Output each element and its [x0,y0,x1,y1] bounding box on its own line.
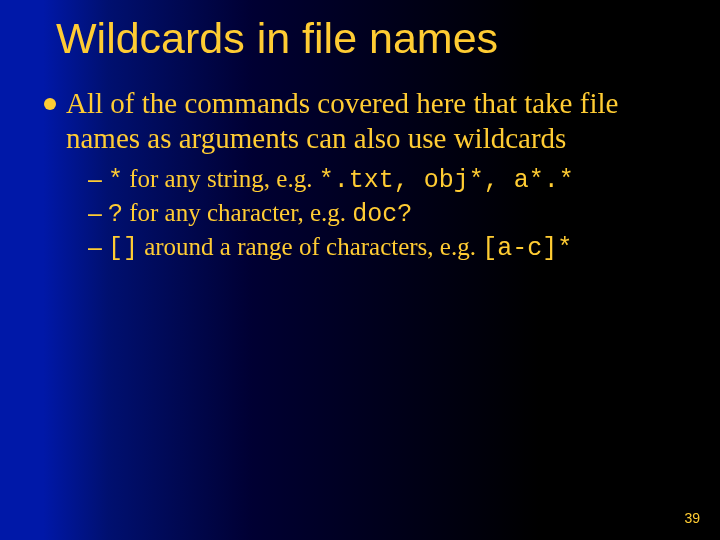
code-span: ? [108,200,123,229]
sub-bullet-item: – * for any string, e.g. *.txt, obj*, a*… [88,163,698,197]
text-span: for any character, e.g. [123,199,352,226]
slide-body: All of the commands covered here that ta… [44,86,698,265]
code-span: *.txt, obj*, a*.* [319,166,574,195]
text-span: for any string, e.g. [123,165,319,192]
slide: Wildcards in file names All of the comma… [0,0,720,540]
code-span: [a-c]* [482,234,572,263]
sub-bullet-text: * for any string, e.g. *.txt, obj*, a*.* [108,163,574,197]
sub-bullet-item: – ? for any character, e.g. doc? [88,197,698,231]
bullet-item: All of the commands covered here that ta… [44,86,698,157]
sub-bullet-text: [] around a range of characters, e.g. [a… [108,231,572,265]
code-span: doc? [352,200,412,229]
sub-bullet-list: – * for any string, e.g. *.txt, obj*, a*… [88,163,698,265]
page-number: 39 [684,510,700,526]
bullet-disc-icon [44,98,56,110]
sub-bullet-item: – [] around a range of characters, e.g. … [88,231,698,265]
slide-title: Wildcards in file names [56,14,690,63]
dash-icon: – [88,163,102,195]
dash-icon: – [88,231,102,263]
code-span: [] [108,234,138,263]
sub-bullet-text: ? for any character, e.g. doc? [108,197,412,231]
bullet-text: All of the commands covered here that ta… [66,86,698,157]
dash-icon: – [88,197,102,229]
code-span: * [108,166,123,195]
text-span: around a range of characters, e.g. [138,233,482,260]
